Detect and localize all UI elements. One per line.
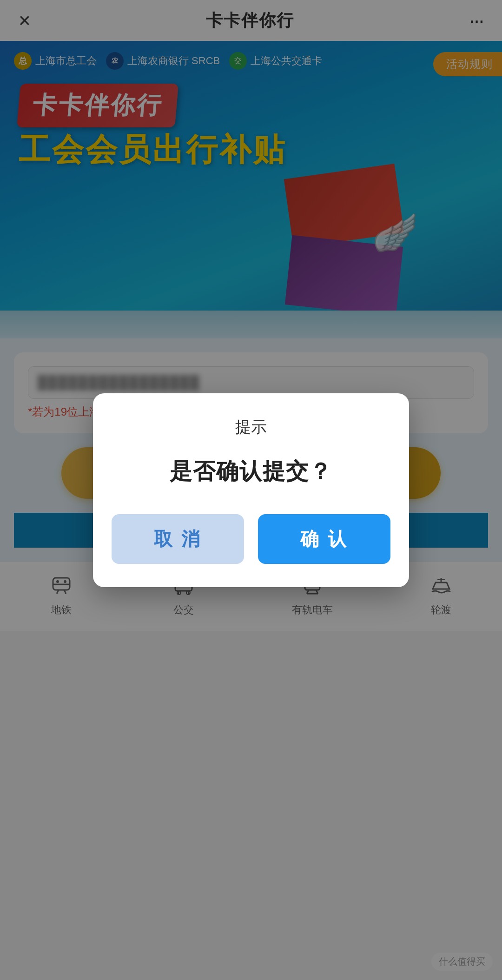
dialog-overlay[interactable]: 提示 是否确认提交？ 取 消 确 认 bbox=[0, 0, 502, 980]
confirmation-dialog: 提示 是否确认提交？ 取 消 确 认 bbox=[93, 393, 409, 587]
cancel-button[interactable]: 取 消 bbox=[112, 514, 244, 564]
confirm-button[interactable]: 确 认 bbox=[258, 514, 390, 564]
dialog-buttons: 取 消 确 认 bbox=[112, 514, 390, 564]
dialog-message: 是否确认提交？ bbox=[112, 457, 390, 486]
dialog-title: 提示 bbox=[112, 417, 390, 438]
